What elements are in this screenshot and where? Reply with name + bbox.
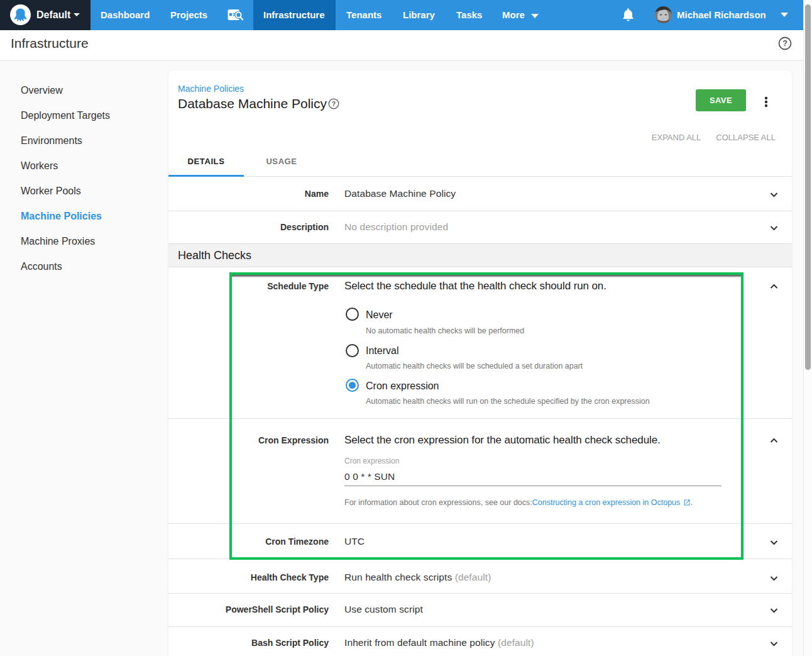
svg-text:?: ? [332, 100, 336, 108]
svg-text:?: ? [782, 39, 787, 48]
